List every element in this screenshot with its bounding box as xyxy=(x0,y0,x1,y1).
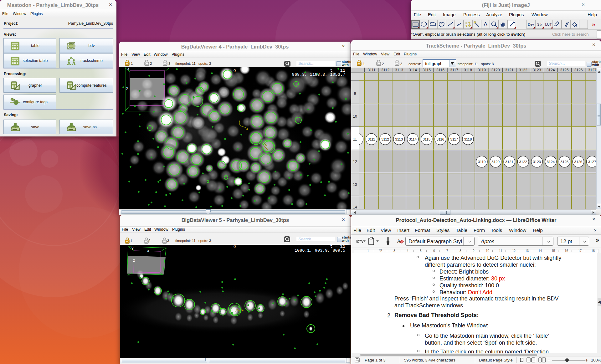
svg-text:LUT: LUT xyxy=(545,23,552,26)
svg-text:3126: 3126 xyxy=(574,160,583,164)
svg-text:3125: 3125 xyxy=(560,68,569,72)
svg-text:3113: 3113 xyxy=(395,137,403,141)
svg-text:x: x xyxy=(147,248,149,253)
svg-text:3117: 3117 xyxy=(450,137,458,141)
svg-text:Dev: Dev xyxy=(528,23,534,26)
svg-text:11: 11 xyxy=(353,137,357,141)
svg-text:3123: 3123 xyxy=(533,68,541,72)
svg-text:968.3, 1193.3, 1053.7: 968.3, 1193.3, 1053.7 xyxy=(292,72,345,77)
svg-text:3127: 3127 xyxy=(588,68,596,72)
svg-text:3124: 3124 xyxy=(547,160,555,164)
svg-text:14: 14 xyxy=(353,205,357,209)
svg-text:3114: 3114 xyxy=(409,68,417,72)
svg-text:3121: 3121 xyxy=(505,68,514,72)
svg-text:y: y xyxy=(126,85,128,90)
svg-text:z: z xyxy=(133,258,135,263)
svg-text:3120: 3120 xyxy=(491,160,500,164)
svg-text:3127: 3127 xyxy=(588,160,596,164)
svg-text:3121: 3121 xyxy=(505,160,513,164)
svg-text:3126: 3126 xyxy=(574,68,583,72)
svg-text:z: z xyxy=(127,67,130,71)
svg-text:3115: 3115 xyxy=(423,137,430,141)
svg-text:3119: 3119 xyxy=(478,68,486,72)
svg-text:3116: 3116 xyxy=(436,68,444,72)
svg-text:3117: 3117 xyxy=(450,68,458,72)
svg-text:3125: 3125 xyxy=(561,160,569,164)
svg-text:12: 12 xyxy=(353,160,357,164)
svg-text:3113: 3113 xyxy=(395,68,403,72)
svg-text:3115: 3115 xyxy=(423,68,431,72)
svg-text:3124: 3124 xyxy=(547,68,555,72)
svg-text:1086.1, 903.9, 809.5: 1086.1, 903.9, 809.5 xyxy=(295,248,345,253)
svg-text:10: 10 xyxy=(353,114,357,119)
svg-text:3111: 3111 xyxy=(368,68,376,72)
svg-text:3112: 3112 xyxy=(381,137,389,141)
svg-text:3114: 3114 xyxy=(409,137,417,141)
svg-text:3112: 3112 xyxy=(381,68,389,72)
svg-text:3119: 3119 xyxy=(478,160,486,164)
svg-text:A: A xyxy=(397,238,401,244)
svg-text:3118: 3118 xyxy=(464,68,472,72)
svg-text:0: 0 xyxy=(234,245,236,249)
svg-text:y: y xyxy=(131,245,134,250)
svg-text:13: 13 xyxy=(353,182,357,187)
svg-text:3111: 3111 xyxy=(368,137,375,141)
svg-text:0: 0 xyxy=(234,68,236,73)
svg-text:3118: 3118 xyxy=(464,137,472,141)
svg-text:3122: 3122 xyxy=(519,160,527,164)
svg-text:3120: 3120 xyxy=(491,68,500,72)
svg-text:Stk: Stk xyxy=(537,23,542,26)
svg-text:3122: 3122 xyxy=(519,68,527,72)
svg-text:9: 9 xyxy=(354,91,356,96)
svg-text:A: A xyxy=(484,21,488,28)
svg-text:3123: 3123 xyxy=(533,160,541,164)
svg-text:3116: 3116 xyxy=(437,137,444,141)
